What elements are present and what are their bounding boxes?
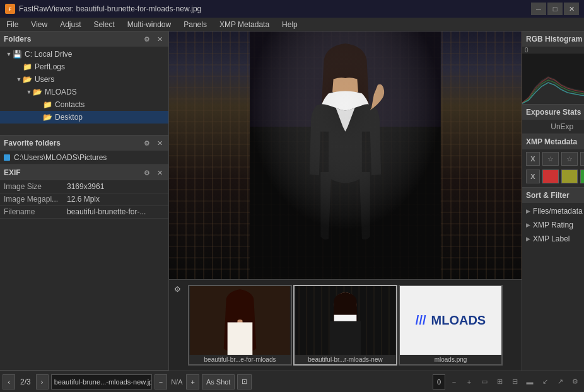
zoom-inc-icon[interactable]: + (463, 374, 476, 389)
zoom-value: 0 (433, 374, 445, 389)
xmp-star-1[interactable]: ☆ (542, 152, 559, 166)
xmp-star-3[interactable]: ☆ (580, 152, 584, 166)
folders-title: Folders (4, 35, 31, 43)
folders-header: Folders ⚙ ✕ (0, 32, 168, 47)
histogram-labels: 0 117 255 (522, 47, 584, 54)
plus-button[interactable]: + (186, 374, 199, 389)
favorite-settings-icon[interactable]: ⚙ (142, 138, 152, 148)
view-single-icon[interactable]: ▭ (478, 374, 491, 389)
tree-label-drive: C: Local Drive (25, 50, 72, 59)
view-grid2-icon[interactable]: ⊞ (493, 374, 506, 389)
close-button[interactable]: ✕ (564, 3, 579, 15)
filename-display: beautiful-brune...-mloads-new.jpg (51, 374, 152, 389)
xmp-metadata-section: XMP Metadata ⚙ ✕ X ☆ ☆ ☆ ☆ ☆ X (522, 134, 584, 188)
tree-item-contacts[interactable]: 📁 Contacts (0, 98, 168, 111)
menu-xmp-metadata[interactable]: XMP Metadata (213, 18, 276, 32)
tree-item-desktop[interactable]: 📂 Desktop (0, 111, 168, 124)
next-button[interactable]: › (36, 374, 49, 389)
whitebalance-display[interactable]: As Shot (202, 374, 235, 389)
favorite-close-icon[interactable]: ✕ (155, 138, 165, 148)
folders-settings-icon[interactable]: ⚙ (142, 34, 152, 44)
menu-panels[interactable]: Panels (177, 18, 213, 32)
sort-filter-section: Sort & Filter ⬆ ↕ ↻ ⚙ ✕ ▶ Files/metadata… (522, 188, 584, 371)
main-photo (169, 32, 522, 279)
sort-item-xmp-rating[interactable]: ▶ XMP Rating (522, 218, 584, 232)
main-image-area[interactable] (169, 32, 522, 279)
xmp-color-red[interactable] (542, 170, 559, 183)
tree-item-users[interactable]: ▼ 📂 Users (0, 73, 168, 86)
tree-arrow-drive: ▼ (5, 51, 13, 57)
menu-file[interactable]: File (0, 18, 25, 32)
expand-button[interactable]: ⊡ (237, 374, 252, 389)
thumb-svg-1 (189, 286, 291, 355)
folders-close-icon[interactable]: ✕ (155, 34, 165, 44)
filmstrip-gear-icon[interactable]: ⚙ (174, 285, 181, 294)
svg-rect-10 (228, 322, 253, 355)
xmp-color-yellow[interactable] (561, 170, 578, 183)
exif-key-megapixels: Image Megapi... (0, 193, 63, 205)
favorite-folders-title: Favorite folders (4, 139, 61, 147)
tree-item-perflogs[interactable]: 📁 PerfLogs (0, 61, 168, 73)
thumb-img-1 (189, 286, 291, 355)
tree-label-contacts: Contacts (55, 100, 85, 109)
fullscreen-icon[interactable]: ↙ (539, 374, 551, 389)
exif-close-icon[interactable]: ✕ (155, 168, 165, 178)
mloads-text: MLOADS (431, 313, 486, 328)
minimize-button[interactable]: ─ (531, 3, 546, 15)
exif-settings-icon[interactable]: ⚙ (142, 168, 152, 178)
tree-label-users: Users (35, 75, 54, 84)
exposure-stats-section: Exposure Stats ⚙ ✕ UnExp OvExp (522, 105, 584, 134)
sort-item-files-metadata[interactable]: ▶ Files/metadata (522, 204, 584, 218)
exif-section: EXIF ⚙ ✕ Image Size 3169x3961 Image Mega… (0, 165, 168, 371)
fit-icon[interactable]: ↗ (554, 374, 566, 389)
folders-header-icons: ⚙ ✕ (142, 34, 165, 44)
tree-arrow-mloads: ▼ (25, 89, 33, 95)
tree-label-desktop: Desktop (55, 113, 83, 122)
mloads-slashes: /// (416, 313, 426, 328)
xmp-color-reject-button[interactable]: X (526, 170, 540, 183)
xmp-color-green[interactable] (580, 170, 584, 183)
sort-item-xmp-label[interactable]: ▶ XMP Label (522, 232, 584, 246)
mloads-logo: /// MLOADS (416, 313, 486, 328)
exposure-content: UnExp OvExp (522, 120, 584, 134)
exposure-stats-title: Exposure Stats (526, 108, 581, 117)
sort-label-3: XMP Label (533, 234, 569, 243)
minus-button[interactable]: − (155, 374, 167, 389)
menu-adjust[interactable]: Adjust (54, 18, 87, 32)
settings-icon[interactable]: ⚙ (569, 374, 581, 389)
histogram-title: RGB Histogram (526, 35, 582, 43)
zoom-dec-icon[interactable]: − (448, 374, 460, 389)
titlebar: F FastRawViewer: beautiful-brunette-for-… (0, 0, 584, 18)
exif-header: EXIF ⚙ ✕ (0, 165, 168, 180)
sort-arrow-2: ▶ (526, 222, 530, 228)
thumb-label-2: beautiful-br...r-mloads-new (295, 355, 396, 364)
menu-help[interactable]: Help (276, 18, 304, 32)
menubar: File View Adjust Select Multi-window Pan… (0, 18, 584, 32)
xmp-reject-button[interactable]: X (526, 152, 540, 166)
thumb-svg-2 (295, 286, 396, 355)
tree-arrow-users: ▼ (15, 76, 23, 83)
histogram-svg (522, 54, 584, 104)
xmp-star-2[interactable]: ☆ (561, 152, 578, 166)
maximize-button[interactable]: □ (547, 3, 563, 15)
view-filmstrip-icon[interactable]: ▬ (523, 374, 536, 389)
menu-multiwindow[interactable]: Multi-window (121, 18, 177, 32)
fav-item-pictures[interactable]: C:\Users\MLOADS\Pictures (0, 151, 168, 164)
histogram-canvas (522, 54, 584, 104)
filmstrip-thumb-1[interactable]: beautiful-br...e-for-mloads (188, 285, 292, 366)
exif-table: Image Size 3169x3961 Image Megapi... 12.… (0, 180, 168, 219)
exposure-stats-header: Exposure Stats ⚙ ✕ (522, 105, 584, 120)
view-grid3-icon[interactable]: ⊟ (508, 374, 521, 389)
prev-button[interactable]: ‹ (3, 374, 15, 389)
menu-select[interactable]: Select (88, 18, 121, 32)
folders-section: Folders ⚙ ✕ ▼ 💾 C: Local Drive (0, 32, 168, 135)
menu-view[interactable]: View (25, 18, 54, 32)
tree-item-drive[interactable]: ▼ 💾 C: Local Drive (0, 48, 168, 61)
favorite-folders-header-icons: ⚙ ✕ (142, 138, 165, 148)
svg-rect-16 (330, 321, 361, 355)
drive-icon: 💾 (13, 50, 22, 59)
filmstrip-thumb-3[interactable]: /// MLOADS mloads.png (399, 285, 503, 366)
filmstrip-thumb-2[interactable]: beautiful-br...r-mloads-new (293, 285, 397, 366)
tree-item-mloads[interactable]: ▼ 📂 MLOADS (0, 86, 168, 98)
photo-svg (169, 32, 522, 279)
